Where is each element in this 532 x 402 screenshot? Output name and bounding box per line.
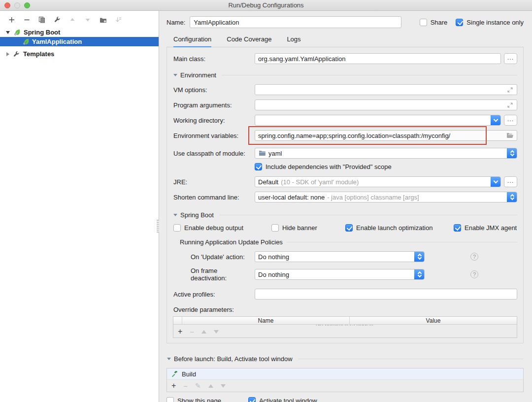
- shorten-command-line-select[interactable]: user-local default: none - java [options…: [255, 192, 517, 202]
- stepper-icon[interactable]: [507, 192, 517, 202]
- copy-icon[interactable]: [38, 16, 46, 24]
- tab-logs[interactable]: Logs: [287, 35, 300, 47]
- help-icon[interactable]: ?: [470, 270, 478, 278]
- sort-icon[interactable]: [114, 16, 122, 24]
- remove-task-icon[interactable]: −: [183, 382, 188, 390]
- edit-task-icon[interactable]: ✎: [195, 382, 201, 390]
- single-instance-checkbox-group[interactable]: Single instance only: [456, 19, 524, 26]
- show-this-page-checkbox[interactable]: [166, 397, 174, 402]
- share-checkbox-group[interactable]: Share: [420, 19, 448, 26]
- move-down-icon[interactable]: [221, 384, 226, 388]
- name-column-header[interactable]: Name: [182, 317, 350, 324]
- stepper-icon[interactable]: [507, 148, 517, 159]
- activate-tool-window-label: Activate tool window: [259, 397, 317, 402]
- classpath-module-row: Use classpath of module: yaml: [173, 148, 517, 159]
- program-arguments-label: Program arguments:: [173, 101, 255, 109]
- override-parameters-table: Name Value No parameters added. + −: [173, 316, 517, 338]
- expand-field-icon[interactable]: [506, 101, 514, 109]
- jre-select[interactable]: Default (10 - SDK of 'yaml' module): [255, 176, 501, 187]
- expand-field-icon[interactable]: [506, 86, 514, 94]
- environment-variables-field[interactable]: spring.config.name=app;spring.config.loc…: [255, 130, 517, 141]
- move-up-icon[interactable]: [208, 384, 213, 388]
- program-arguments-field[interactable]: [255, 100, 517, 110]
- stepper-icon[interactable]: [414, 251, 425, 262]
- collapse-caret-icon[interactable]: [173, 74, 177, 76]
- chevron-down-icon[interactable]: [491, 176, 501, 187]
- provided-scope-checkbox[interactable]: [255, 163, 262, 170]
- enable-jmx-agent-group[interactable]: Enable JMX agent: [454, 224, 517, 232]
- vm-options-field[interactable]: [255, 84, 517, 95]
- share-checkbox[interactable]: [420, 19, 427, 26]
- environment-section-header[interactable]: Environment: [173, 71, 517, 79]
- on-frame-deactivation-row: On frame deactivation: Do nothing ?: [173, 267, 517, 282]
- remove-icon[interactable]: [23, 16, 31, 24]
- help-icon[interactable]: ?: [470, 253, 478, 261]
- tree-item-templates[interactable]: Templates: [0, 49, 159, 59]
- move-up-icon[interactable]: [201, 330, 206, 334]
- spring-boot-icon: [13, 29, 21, 36]
- before-launch-toolbar: + − ✎: [167, 380, 523, 392]
- remove-parameter-icon[interactable]: −: [190, 328, 194, 335]
- jre-row: JRE: Default (10 - SDK of 'yaml' module)…: [173, 176, 517, 187]
- classpath-module-select[interactable]: yaml: [255, 148, 517, 159]
- browse-working-directory-button[interactable]: ...: [504, 115, 517, 126]
- enable-launch-optimization-checkbox[interactable]: [345, 224, 353, 232]
- browse-main-class-button[interactable]: ...: [504, 53, 517, 64]
- collapse-caret-icon[interactable]: [167, 358, 171, 360]
- move-down-icon[interactable]: [214, 330, 219, 334]
- environment-section-title: Environment: [180, 71, 216, 79]
- expanded-caret-icon[interactable]: [6, 31, 10, 34]
- tab-configuration[interactable]: Configuration: [173, 35, 211, 47]
- value-column-header[interactable]: Value: [350, 317, 517, 324]
- move-up-icon[interactable]: [68, 16, 76, 24]
- add-task-icon[interactable]: +: [171, 382, 176, 390]
- add-parameter-icon[interactable]: +: [178, 328, 182, 335]
- provided-scope-checkbox-group[interactable]: Include dependencies with "Provided" sco…: [255, 163, 517, 170]
- tree-item-yaml-application[interactable]: YamlApplication: [0, 37, 159, 46]
- name-input[interactable]: [190, 16, 401, 28]
- classpath-module-value: yaml: [268, 150, 282, 157]
- tab-code-coverage[interactable]: Code Coverage: [227, 35, 271, 47]
- name-row: Name: Share Single instance only: [166, 16, 524, 28]
- main-class-field[interactable]: org.sang.yaml.YamlApplication: [255, 53, 501, 64]
- before-launch-header[interactable]: Before launch: Build, Activate tool wind…: [167, 355, 524, 363]
- enable-launch-optimization-group[interactable]: Enable launch optimization: [345, 224, 454, 232]
- add-icon[interactable]: [7, 16, 15, 24]
- move-down-icon[interactable]: [84, 16, 92, 24]
- enable-debug-output-group[interactable]: Enable debug output: [173, 224, 271, 232]
- tree-item-spring-boot-group[interactable]: Spring Boot: [0, 28, 159, 37]
- browse-jre-button[interactable]: ...: [504, 176, 517, 187]
- hide-banner-label: Hide banner: [282, 224, 317, 232]
- collapse-caret-icon[interactable]: [173, 214, 177, 216]
- spring-boot-section-header[interactable]: Spring Boot: [173, 211, 517, 219]
- collapsed-caret-icon[interactable]: [6, 52, 9, 56]
- hide-banner-group[interactable]: Hide banner: [271, 224, 345, 232]
- on-frame-deactivation-label: On frame deactivation:: [173, 267, 255, 282]
- on-update-action-select[interactable]: Do nothing: [255, 251, 425, 262]
- active-profiles-field[interactable]: [255, 289, 517, 300]
- enable-jmx-agent-checkbox[interactable]: [454, 224, 461, 232]
- activate-tool-window-checkbox[interactable]: [248, 397, 256, 402]
- before-launch-item-build[interactable]: Build: [167, 368, 523, 380]
- enable-debug-output-checkbox[interactable]: [173, 224, 181, 232]
- on-frame-deactivation-select[interactable]: Do nothing: [255, 269, 425, 280]
- vm-options-label: VM options:: [173, 86, 255, 94]
- before-launch-item-label: Build: [182, 370, 196, 378]
- tab-bar: Configuration Code Coverage Logs: [166, 35, 524, 47]
- chevron-down-icon[interactable]: [491, 115, 501, 126]
- program-arguments-row: Program arguments:: [173, 100, 517, 110]
- show-this-page-group[interactable]: Show this page: [166, 397, 221, 402]
- hide-banner-checkbox[interactable]: [271, 224, 279, 232]
- open-folder-icon[interactable]: [506, 132, 514, 139]
- single-instance-checkbox[interactable]: [456, 19, 463, 26]
- wrench-icon[interactable]: [53, 16, 61, 24]
- stepper-icon[interactable]: [414, 269, 425, 280]
- shorten-command-line-label: Shorten command line:: [173, 194, 255, 201]
- override-parameters-label: Override parameters:: [173, 306, 517, 313]
- splitter-handle[interactable]: [157, 220, 159, 233]
- tree-item-label: YamlApplication: [32, 38, 82, 45]
- working-directory-field[interactable]: [255, 115, 501, 126]
- new-folder-icon[interactable]: [99, 16, 107, 24]
- spring-boot-icon: [22, 38, 30, 46]
- activate-tool-window-group[interactable]: Activate tool window: [248, 397, 317, 402]
